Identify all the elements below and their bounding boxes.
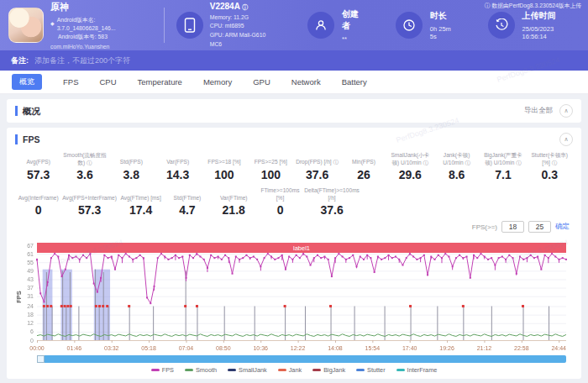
metric-value: 37.6 <box>303 203 360 217</box>
tab-gpu[interactable]: GPU <box>253 77 270 87</box>
note-bar[interactable]: 备注: 添加备注，不超过200个字符 <box>0 50 588 71</box>
duration-label: 时长 <box>430 10 459 22</box>
upload-time-stat: 上传时间 25/05/2023 16:56:14 <box>488 10 580 40</box>
legend-swatch <box>278 369 286 371</box>
scrollbar-handle[interactable] <box>37 355 45 363</box>
app-name: 原神 <box>50 1 155 13</box>
upload-time-label: 上传时间 <box>522 10 580 22</box>
fps-threshold-input-low[interactable] <box>501 221 524 233</box>
fps-threshold-controls: FPS(>=) 确定 <box>15 221 570 233</box>
metric-label: Var(FTime) <box>211 187 257 202</box>
creator-stat: 创建者 ** <box>307 8 367 43</box>
tab-temperature[interactable]: Temperature <box>138 77 182 87</box>
metric-value: 26 <box>340 168 386 181</box>
legend-item-smalljank[interactable]: SmallJank <box>228 366 267 374</box>
metric-label: FPS>=18 [%] <box>201 152 247 166</box>
game-app-icon <box>8 8 44 43</box>
fps-metrics-row-2: Avg(InterFrame)0Avg(FPS+InterFrame)57.3A… <box>15 187 573 217</box>
fps-section-title: FPS <box>15 134 39 144</box>
tab-memory[interactable]: Memory <box>203 77 232 87</box>
metric-value: 29.6 <box>387 168 433 181</box>
metric-label: Smooth(流畅度指数) ⓘ <box>61 152 108 166</box>
fps-chart-canvas[interactable] <box>15 243 573 354</box>
creator-label: 创建者 <box>342 8 367 32</box>
metric-label: Avg(FPS+InterFrame) <box>61 187 118 202</box>
metric-label: FPS>=25 [%] <box>248 152 294 166</box>
device-model: V2284A ⓘ <box>210 2 279 12</box>
metric: Var(FTime)21.8 <box>211 187 257 217</box>
info-icon[interactable]: ⓘ <box>242 4 248 10</box>
app-version-name: ◆ Android版本名: 3.7.0_14806628_146... <box>50 16 155 33</box>
tab-bar: 概览FPSCPUTemperatureMemoryGPUNetworkBatte… <box>0 71 588 94</box>
metric: Drop(FPS) [/h] ⓘ37.6 <box>294 152 340 181</box>
metric: FPS>=25 [%]100 <box>248 152 294 181</box>
metric-label: Jank(卡顿) U/10min ⓘ <box>433 152 480 166</box>
clock-icon <box>396 12 423 39</box>
phone-icon <box>176 12 203 39</box>
metric: FPS>=18 [%]100 <box>201 152 247 181</box>
fps-threshold-label: FPS(>=) <box>472 223 497 231</box>
metric-value: 3.6 <box>61 168 108 181</box>
fps-threshold-confirm-link[interactable]: 确定 <box>555 222 570 232</box>
tab-fps[interactable]: FPS <box>63 77 78 87</box>
fps-collapse-button[interactable]: ∧ <box>559 133 573 146</box>
divider <box>164 8 165 43</box>
legend-item-fps[interactable]: FPS <box>151 366 174 374</box>
overview-collapse-button[interactable]: ∧ <box>559 104 573 118</box>
note-placeholder[interactable]: 添加备注，不超过200个字符 <box>34 55 130 66</box>
metric-label: Avg(FTime) [ms] <box>118 187 164 202</box>
legend-item-interframe[interactable]: InterFrame <box>396 366 438 374</box>
metric-value: 4.7 <box>164 203 210 217</box>
legend-swatch <box>356 369 365 371</box>
tab-network[interactable]: Network <box>291 77 321 87</box>
metric: Var(FPS)14.3 <box>155 152 201 181</box>
metric-label: Std(FTime) <box>164 187 210 202</box>
legend-item-jank[interactable]: Jank <box>278 366 302 374</box>
chart-scrollbar[interactable] <box>37 355 566 363</box>
metric-label: Avg(FPS) <box>15 152 61 166</box>
metric: Avg(FPS+InterFrame)57.3 <box>61 187 118 217</box>
metric-value: 0 <box>15 203 61 217</box>
metric: Avg(FPS)57.3 <box>15 152 61 181</box>
metric-value: 57.3 <box>61 203 118 217</box>
diamond-icon: ◆ <box>50 20 55 28</box>
metric-label: Min(FPS) <box>340 152 386 166</box>
legend-swatch <box>185 369 193 371</box>
overview-section-title: 概况 <box>15 106 40 116</box>
generated-by-note: ⓘ 数据由PerfDog8.3.230524版本上传 <box>485 2 581 10</box>
metric-label: Var(FPS) <box>155 152 201 166</box>
chart-legend: FPSSmoothSmallJankJankBigJankStutterInte… <box>15 366 573 374</box>
legend-swatch <box>312 369 321 371</box>
legend-item-stutter[interactable]: Stutter <box>356 366 386 374</box>
device-gpu: GPU: ARM Mali-G610 MC6 <box>210 31 279 49</box>
metric: Std(FPS)3.8 <box>108 152 155 181</box>
metric: Avg(InterFrame)0 <box>15 187 61 217</box>
metric: Avg(FTime) [ms]17.4 <box>118 187 164 217</box>
legend-item-bigjank[interactable]: BigJank <box>312 366 345 374</box>
fps-threshold-input-high[interactable] <box>528 221 551 233</box>
metric-label: Avg(InterFrame) <box>15 187 61 202</box>
app-version-code: Android版本号: 583 <box>50 33 155 41</box>
metric: Smooth(流畅度指数) ⓘ3.6 <box>61 152 108 181</box>
y-axis-title: FPS <box>15 291 23 303</box>
tab-battery[interactable]: Battery <box>342 77 367 87</box>
metric: Delta(FTime)>=100ms [/h]37.6 <box>303 187 360 217</box>
metric-value: 21.8 <box>211 203 257 217</box>
tab-cpu[interactable]: CPU <box>99 77 116 87</box>
device-memory: Memory: 11.2G <box>210 13 279 23</box>
metric-value: 7.1 <box>480 168 526 181</box>
metric-value: 100 <box>248 168 294 181</box>
tab-overview[interactable]: 概览 <box>12 74 42 90</box>
legend-swatch <box>396 369 405 371</box>
package-name: com.miHoYo.Yuanshen <box>50 44 155 50</box>
export-all-link[interactable]: 导出全部 <box>524 106 553 116</box>
metric-label: Stutter(卡顿率) [%] ⓘ <box>527 152 573 166</box>
metric-value: 100 <box>201 168 247 181</box>
metric-value: 0.3 <box>527 168 573 181</box>
user-icon <box>307 12 334 39</box>
legend-swatch <box>228 369 236 371</box>
fps-metrics-row-1: Avg(FPS)57.3Smooth(流畅度指数) ⓘ3.6Std(FPS)3.… <box>15 152 573 181</box>
legend-item-smooth[interactable]: Smooth <box>185 366 217 374</box>
history-clock-icon <box>488 12 515 39</box>
metric-label: SmallJank(小卡顿) U/10min ⓘ <box>387 152 433 166</box>
